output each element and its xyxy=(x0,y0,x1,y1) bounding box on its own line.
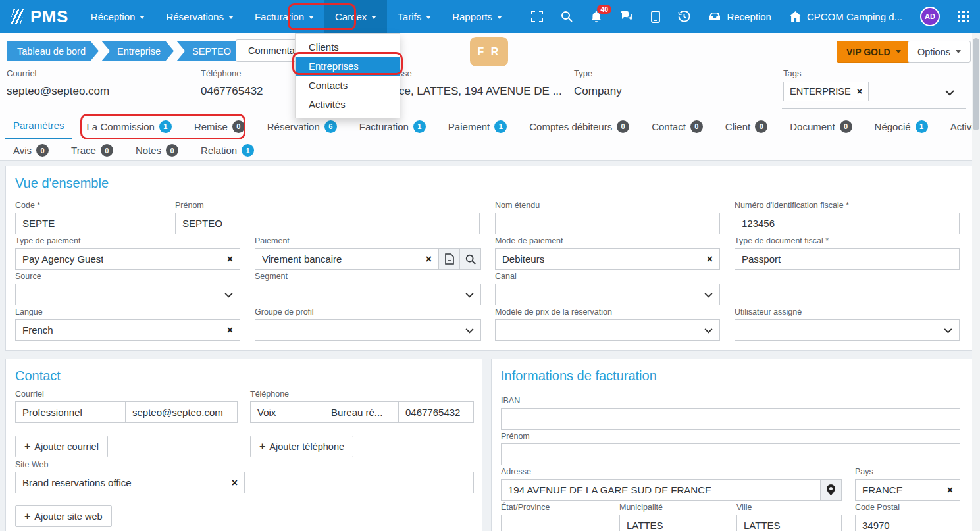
clear-icon[interactable]: × xyxy=(942,484,953,496)
tab-relation[interactable]: Relation1 xyxy=(193,141,262,163)
courriel-value-input[interactable]: septeo@septeo.com xyxy=(125,401,238,423)
tab-client[interactable]: Client0 xyxy=(717,116,775,139)
tags-divider xyxy=(777,66,777,109)
tab-document[interactable]: Document0 xyxy=(782,116,860,139)
code-postal-input[interactable]: 34970 xyxy=(855,515,960,531)
breadcrumb-septeo[interactable]: SEPTEO xyxy=(176,41,244,61)
menu-reception[interactable]: Réception xyxy=(80,0,156,33)
tab-parametres[interactable]: Paramètres xyxy=(5,116,72,139)
tab-remise[interactable]: Remise0 xyxy=(186,116,253,139)
scrollbar-thumb[interactable] xyxy=(973,38,979,130)
groupe-profil-select[interactable] xyxy=(255,319,481,341)
municipalite-input[interactable]: LATTES xyxy=(619,515,723,531)
messages-icon[interactable] xyxy=(620,11,633,22)
paiement-document-button[interactable] xyxy=(438,248,460,270)
scrollbar-track[interactable] xyxy=(972,33,980,531)
add-phone-button[interactable]: + Ajouter téléphone xyxy=(250,436,353,457)
tab-paiement[interactable]: Paiement1 xyxy=(440,116,515,139)
remove-tag-icon[interactable]: × xyxy=(857,86,862,97)
breadcrumb-entreprise[interactable]: Entreprise xyxy=(101,41,174,61)
telephone-kind-select[interactable]: Bureau ré... xyxy=(324,401,399,423)
tags-chevron-icon[interactable] xyxy=(945,87,954,99)
source-select[interactable] xyxy=(15,284,240,305)
history-icon[interactable] xyxy=(678,11,690,23)
telephone-type-select[interactable]: Voix xyxy=(250,401,324,423)
chevron-down-icon[interactable] xyxy=(224,289,233,300)
chevron-down-icon[interactable] xyxy=(465,289,474,300)
tab-comptes-debiteurs[interactable]: Comptes débiteurs0 xyxy=(521,116,637,139)
breadcrumb-dashboard[interactable]: Tableau de bord xyxy=(7,41,99,61)
clear-icon[interactable]: × xyxy=(222,324,233,336)
app-logo[interactable]: PMS xyxy=(0,7,80,27)
mobile-device-icon[interactable] xyxy=(651,11,660,23)
clear-icon[interactable]: × xyxy=(421,253,432,265)
vip-gold-button[interactable]: VIP GOLD xyxy=(837,41,911,63)
tab-reservation[interactable]: Réservation6 xyxy=(259,116,345,139)
geolocate-button[interactable] xyxy=(820,479,842,501)
courriel-type-select[interactable]: Professionnel xyxy=(15,401,126,423)
tab-avis[interactable]: Avis0 xyxy=(5,141,57,163)
clear-icon[interactable]: × xyxy=(226,477,238,489)
menu-item-activites[interactable]: Activités xyxy=(296,95,400,114)
nom-etendu-input[interactable] xyxy=(495,213,720,234)
nif-input[interactable]: 123456 xyxy=(735,213,960,234)
main-menu: Réception Réservations Facturation Carde… xyxy=(80,0,513,33)
menu-item-clients[interactable]: Clients xyxy=(296,38,400,57)
notifications-bell-icon[interactable]: 40 xyxy=(590,11,602,23)
fullscreen-icon[interactable] xyxy=(531,11,543,22)
tab-trace[interactable]: Trace0 xyxy=(63,141,121,163)
utilisateur-assigne-select[interactable] xyxy=(735,319,960,341)
billing-adresse-input[interactable]: 194 AVENUE DE LA GARE SUD DE FRANCE xyxy=(501,479,821,501)
menu-facturation[interactable]: Facturation xyxy=(244,0,324,33)
options-button[interactable]: Options xyxy=(908,41,971,63)
workspace-reception[interactable]: Reception xyxy=(708,11,771,22)
search-icon[interactable] xyxy=(561,11,573,22)
modele-prix-select[interactable] xyxy=(495,319,720,341)
site-web-input-2[interactable] xyxy=(244,472,474,493)
canal-select[interactable] xyxy=(495,284,720,305)
menu-tarifs[interactable]: Tarifs xyxy=(387,0,442,33)
iban-input[interactable] xyxy=(501,408,960,430)
tab-negocie[interactable]: Négocié1 xyxy=(867,116,936,139)
add-email-button[interactable]: + Ajouter courriel xyxy=(15,436,108,457)
code-input[interactable]: SEPTE xyxy=(15,213,161,234)
menu-item-contacts[interactable]: Contacts xyxy=(296,76,400,95)
tag-chip-enterprise[interactable]: ENTERPRISE × xyxy=(783,82,869,101)
tab-contact[interactable]: Contact0 xyxy=(644,116,711,139)
user-avatar[interactable]: AD xyxy=(920,7,940,26)
menu-rapports[interactable]: Rapports xyxy=(442,0,513,33)
ville-input[interactable]: LATTES xyxy=(736,515,842,531)
paiement-search-button[interactable] xyxy=(459,248,481,270)
tab-la-commission[interactable]: La Commission1 xyxy=(79,116,180,139)
clear-icon[interactable]: × xyxy=(222,253,233,265)
mode-paiement-input[interactable]: Debiteurs× xyxy=(495,248,720,270)
langue-input[interactable]: French× xyxy=(15,319,240,341)
pays-input[interactable]: FRANCE× xyxy=(855,479,960,501)
add-website-button[interactable]: + Ajouter site web xyxy=(15,505,112,527)
type-paiement-input[interactable]: Pay Agency Guest× xyxy=(15,248,240,270)
telephone-number-input[interactable]: 0467765432 xyxy=(398,401,474,423)
home-icon xyxy=(789,11,802,22)
clear-icon[interactable]: × xyxy=(702,253,713,265)
menu-cardex[interactable]: Cardex xyxy=(324,0,387,33)
menu-item-entreprises[interactable]: Entreprises xyxy=(296,57,400,76)
type-doc-fiscal-input[interactable]: Passport xyxy=(735,248,960,270)
chevron-down-icon[interactable] xyxy=(704,324,713,336)
menu-reservations[interactable]: Réservations xyxy=(155,0,244,33)
property-selector[interactable]: CPCOM Camping d... xyxy=(789,11,902,22)
chevron-down-icon[interactable] xyxy=(704,289,713,300)
tab-notes[interactable]: Notes0 xyxy=(128,141,186,163)
tab-facturation[interactable]: Facturation1 xyxy=(351,116,434,139)
profile-header: Tableau de bord Entreprise SEPTEO Commen… xyxy=(0,33,972,161)
apps-grid-icon[interactable] xyxy=(958,11,969,22)
segment-select[interactable] xyxy=(255,284,481,305)
profile-tabs-row-2: Avis0 Trace0 Notes0 Relation1 xyxy=(5,141,262,163)
chevron-down-icon[interactable] xyxy=(465,324,474,336)
billing-prenom-input[interactable] xyxy=(501,443,960,465)
site-web-input[interactable]: Brand reservations office× xyxy=(15,472,245,493)
prenom-input[interactable]: SEPTEO xyxy=(175,213,480,234)
chevron-down-icon[interactable] xyxy=(944,324,952,336)
comments-button[interactable]: Commentaires xyxy=(236,39,301,62)
paiement-input[interactable]: Virement bancaire× xyxy=(255,248,439,270)
etat-province-input[interactable] xyxy=(501,515,606,531)
